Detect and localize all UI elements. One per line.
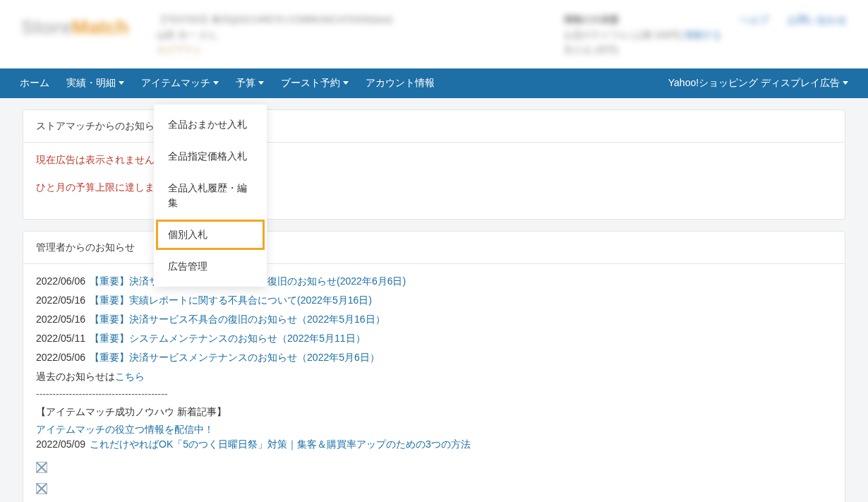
contact-link[interactable]: お問い合わせ <box>788 13 847 28</box>
topbar-account-block: 【TESTED】株式会社CARETA COMMUNICATIONS(test) … <box>157 13 563 59</box>
nav-display-ads[interactable]: Yahoo!ショッピング ディスプレイ広告 <box>668 76 848 90</box>
past-news-line: 過去のお知らせはこちら <box>36 369 832 384</box>
news-date: 2022/05/16 <box>36 293 85 308</box>
store-notice-panel: ストアマッチからのお知らせ 現在広告は表示されません ひと月の予算上限に達しま <box>23 109 845 220</box>
chevron-down-icon <box>119 81 124 85</box>
topbar: StoreMatch 【TESTED】株式会社CARETA COMMUNICAT… <box>0 0 868 68</box>
nav-account[interactable]: アカウント情報 <box>366 76 435 90</box>
broken-image-icon <box>36 462 47 473</box>
chevron-down-icon <box>843 81 848 85</box>
news-date: 2022/05/16 <box>36 312 85 327</box>
dropdown-item-koukoku[interactable]: 広告管理 <box>154 251 267 282</box>
news-row: 2022/05/11【重要】システムメンテナンスのお知らせ（2022年5月11日… <box>36 331 832 346</box>
store-notice-title: ストアマッチからのお知らせ <box>23 110 845 143</box>
chevron-down-icon <box>343 81 349 85</box>
news-date: 2022/05/06 <box>36 350 85 365</box>
chevron-down-icon <box>213 81 219 85</box>
article-date: 2022/05/09 <box>36 437 85 452</box>
dropdown-item-history[interactable]: 全品入札履歴・編集 <box>154 172 267 219</box>
navbar: ホーム 実績・明細 アイテムマッチ 予算 ブースト予約 アカウント情報 Yaho… <box>0 68 868 98</box>
news-row: 2022/05/06【重要】決済サービスメンテナンスのお知らせ（2022年5月6… <box>36 350 832 365</box>
dropdown-item-shitei[interactable]: 全品指定価格入札 <box>154 141 267 172</box>
news-date: 2022/06/06 <box>36 274 85 289</box>
news-row: 2022/05/16【重要】実績レポートに関する不具合について(2022年5月1… <box>36 293 832 308</box>
nav-itemmatch[interactable]: アイテムマッチ <box>141 76 219 90</box>
article-link[interactable]: これだけやればOK「5のつく日曜日祭」対策｜集客＆購買率アップのための3つの方法 <box>90 437 471 452</box>
help-link[interactable]: ヘルプ <box>740 13 769 28</box>
news-row: 2022/05/16【重要】決済サービス不具合の復旧のお知らせ（2022年5月1… <box>36 312 832 327</box>
subhead-knowhow: 【アイテムマッチ成功ノウハウ 新着記事】 <box>36 405 832 419</box>
nav-budget[interactable]: 予算 <box>236 76 264 90</box>
chevron-down-icon <box>258 81 264 85</box>
info-distribution-link[interactable]: アイテムマッチの役立つ情報を配信中！ <box>36 424 214 435</box>
broken-image-icon <box>36 483 47 494</box>
nav-home[interactable]: ホーム <box>20 76 49 90</box>
nav-results[interactable]: 実績・明細 <box>66 76 124 90</box>
news-link[interactable]: 【重要】実績レポートに関する不具合について(2022年5月16日) <box>90 293 372 308</box>
news-link[interactable]: 【重要】決済サービス不具合の復旧のお知らせ（2022年5月16日） <box>90 312 385 327</box>
admin-notice-panel: 管理者からのお知らせ 2022/06/06【重要】決済サービス不具合のお詫びと復… <box>23 231 845 503</box>
logo: StoreMatch <box>21 13 128 42</box>
divider-dashes: ---------------------------------------- <box>36 387 832 402</box>
news-link[interactable]: 【重要】決済サービスメンテナンスのお知らせ（2022年5月6日） <box>90 350 380 365</box>
itemmatch-dropdown: 全品おまかせ入札 全品指定価格入札 全品入札履歴・編集 個別入札 広告管理 <box>154 104 267 287</box>
admin-notice-title: 管理者からのお知らせ <box>23 232 845 264</box>
article-row: 2022/05/09 これだけやればOK「5のつく日曜日祭」対策｜集客＆購買率ア… <box>36 437 832 452</box>
news-date: 2022/05/11 <box>36 331 85 346</box>
dropdown-item-omakase[interactable]: 全品おまかせ入札 <box>154 109 267 141</box>
dropdown-item-kobetsu[interactable]: 個別入札 <box>157 220 264 249</box>
topbar-budget-block: 情報の大表題 お店のライフル (上限 200円) 情報する 共入る (共円) <box>564 13 721 59</box>
past-news-link[interactable]: こちら <box>115 371 145 382</box>
nav-boost[interactable]: ブースト予約 <box>281 76 349 90</box>
news-link[interactable]: 【重要】システムメンテナンスのお知らせ（2022年5月11日） <box>90 331 366 346</box>
